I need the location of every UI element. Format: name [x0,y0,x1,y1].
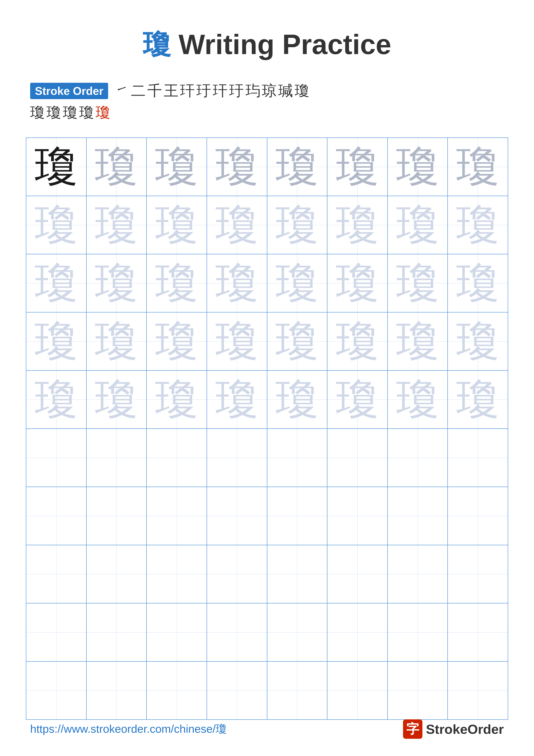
grid-cell[interactable] [146,487,207,545]
grid-cell[interactable]: 瓊 [327,370,388,429]
grid-cell[interactable] [26,429,87,487]
grid-cell[interactable]: 瓊 [26,312,87,370]
grid-cell[interactable] [267,662,327,719]
grid-cell[interactable] [207,662,267,719]
grid-cell[interactable] [388,662,448,719]
grid-cell[interactable]: 瓊 [447,196,508,254]
practice-char: 瓊 [155,201,198,249]
grid-cell[interactable]: 瓊 [26,138,87,196]
grid-cell[interactable]: 瓊 [388,312,448,370]
grid-cell[interactable] [388,429,448,487]
grid-cell[interactable]: 瓊 [267,138,327,196]
grid-cell[interactable] [207,487,267,545]
grid-cell[interactable]: 瓊 [447,138,508,196]
grid-cell[interactable]: 瓊 [146,138,207,196]
grid-cell[interactable]: 瓊 [207,138,267,196]
grid-cell[interactable]: 瓊 [388,196,448,254]
grid-cell[interactable] [327,603,388,662]
practice-char: 瓊 [275,143,318,191]
grid-cell[interactable]: 瓊 [87,138,147,196]
grid-cell[interactable]: 瓊 [388,254,448,312]
grid-cell[interactable] [447,545,508,603]
grid-cell[interactable] [207,603,267,662]
practice-char: 瓊 [35,201,78,249]
stroke-char-15: 瓊 [63,103,78,122]
grid-cell[interactable]: 瓊 [447,370,508,429]
grid-cell[interactable]: 瓊 [26,196,87,254]
practice-char: 瓊 [336,143,379,191]
stroke-char-17: 瓊 [96,103,110,122]
grid-cell[interactable]: 瓊 [327,196,388,254]
grid-cell[interactable]: 瓊 [388,370,448,429]
brand-name: StrokeOrder [426,721,504,737]
grid-cell[interactable] [207,429,267,487]
practice-char: 瓊 [275,259,318,307]
grid-cell[interactable] [87,429,147,487]
grid-cell[interactable]: 瓊 [388,138,448,196]
stroke-char-2: 二 [131,81,146,101]
grid-cell[interactable]: 瓊 [447,254,508,312]
stroke-char-3: 千 [147,81,162,101]
grid-cell[interactable]: 瓊 [267,370,327,429]
grid-cell[interactable] [87,487,147,545]
grid-cell[interactable] [146,662,207,719]
practice-char: 瓊 [396,259,439,307]
grid-cell[interactable]: 瓊 [267,312,327,370]
grid-cell[interactable]: 瓊 [87,370,147,429]
grid-cell[interactable] [447,662,508,719]
grid-cell[interactable] [87,662,147,719]
grid-cell[interactable] [26,662,87,719]
grid-cell[interactable] [327,429,388,487]
stroke-char-4: 王 [164,81,178,101]
grid-cell[interactable]: 瓊 [267,196,327,254]
grid-cell[interactable] [87,603,147,662]
grid-cell[interactable] [388,603,448,662]
grid-cell[interactable]: 瓊 [327,312,388,370]
grid-cell[interactable]: 瓊 [87,196,147,254]
footer-brand: 字 StrokeOrder [403,719,504,739]
footer-url[interactable]: https://www.strokeorder.com/chinese/瓊 [30,721,227,737]
grid-cell[interactable] [146,603,207,662]
grid-cell[interactable] [267,429,327,487]
grid-cell[interactable] [388,487,448,545]
grid-cell[interactable] [146,429,207,487]
stroke-char-12: 瓊 [295,81,309,101]
grid-cell[interactable] [207,545,267,603]
grid-cell[interactable]: 瓊 [447,312,508,370]
grid-cell[interactable] [388,545,448,603]
practice-char: 瓊 [95,201,138,249]
grid-cell[interactable]: 瓊 [26,370,87,429]
grid-cell[interactable] [87,545,147,603]
grid-cell[interactable]: 瓊 [146,312,207,370]
grid-cell[interactable] [26,545,87,603]
grid-cell[interactable] [327,545,388,603]
grid-cell[interactable] [327,662,388,719]
grid-cell[interactable] [447,603,508,662]
grid-cell[interactable] [26,603,87,662]
grid-cell[interactable]: 瓊 [327,138,388,196]
practice-char: 瓊 [35,259,78,307]
grid-cell[interactable]: 瓊 [146,254,207,312]
practice-char: 瓊 [155,143,198,191]
grid-cell[interactable]: 瓊 [207,254,267,312]
grid-cell[interactable] [267,603,327,662]
grid-cell[interactable]: 瓊 [146,196,207,254]
grid-cell[interactable] [327,487,388,545]
grid-cell[interactable]: 瓊 [207,312,267,370]
grid-cell[interactable] [146,545,207,603]
grid-cell[interactable]: 瓊 [87,254,147,312]
grid-cell[interactable]: 瓊 [267,254,327,312]
grid-cell[interactable] [26,487,87,545]
grid-cell[interactable]: 瓊 [327,254,388,312]
practice-char: 瓊 [336,376,379,423]
stroke-chars-row1: ㇀ 二 千 王 玕 玗 玕 玗 玙 琼 瑊 瓊 [114,81,309,101]
grid-cell[interactable]: 瓊 [146,370,207,429]
grid-cell[interactable]: 瓊 [26,254,87,312]
grid-cell[interactable] [267,545,327,603]
grid-cell[interactable] [267,487,327,545]
grid-cell[interactable]: 瓊 [207,196,267,254]
grid-cell[interactable] [447,429,508,487]
grid-cell[interactable] [447,487,508,545]
grid-cell[interactable]: 瓊 [207,370,267,429]
grid-cell[interactable]: 瓊 [87,312,147,370]
